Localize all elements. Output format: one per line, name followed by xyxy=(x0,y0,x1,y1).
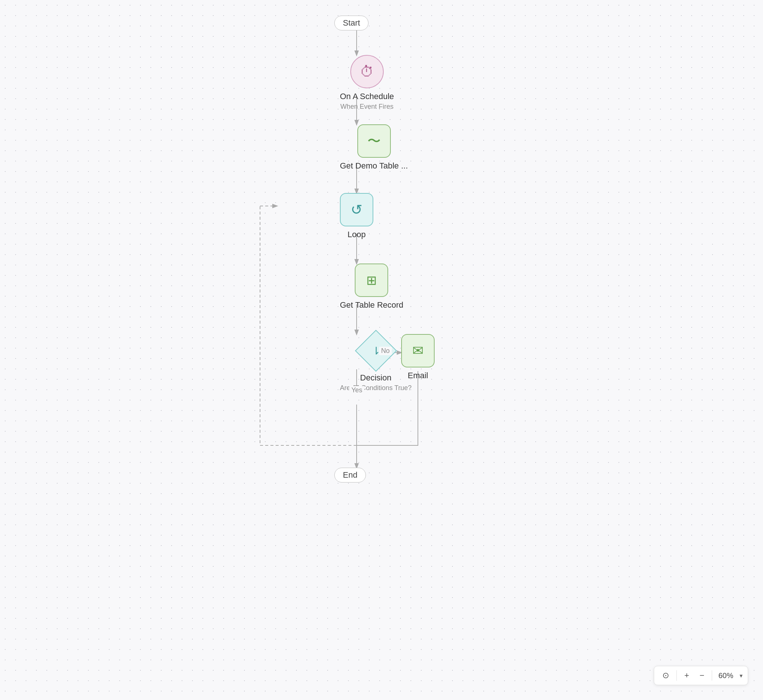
email-label: Email xyxy=(407,370,428,381)
email-icon: ✉ xyxy=(412,343,423,359)
on-a-schedule-node[interactable]: ⏱ On A Schedule When Event Fires xyxy=(340,55,394,111)
get-table-record-icon: ⊞ xyxy=(366,273,377,288)
get-demo-table-label: Get Demo Table ... xyxy=(340,161,408,172)
start-node[interactable]: Start xyxy=(334,16,368,30)
zoom-in-icon: + xyxy=(684,671,689,680)
zoom-chevron[interactable]: ▾ xyxy=(739,672,743,679)
get-table-record-label: Get Table Record xyxy=(340,300,403,311)
on-a-schedule-label: On A Schedule xyxy=(340,91,394,102)
workflow-canvas: Start ⏱ On A Schedule When Event Fires 〜… xyxy=(0,0,763,700)
loop-icon: ↺ xyxy=(351,202,363,218)
get-demo-table-icon: 〜 xyxy=(367,132,381,150)
start-pill: Start xyxy=(334,16,368,30)
yes-label: Yes xyxy=(349,386,364,395)
toolbar-divider-2 xyxy=(712,670,712,681)
on-a-schedule-sublabel: When Event Fires xyxy=(340,103,393,111)
toolbar: ⊙ + − 60% ▾ xyxy=(654,666,748,685)
no-label: No xyxy=(379,347,392,355)
zoom-in-button[interactable]: + xyxy=(681,669,692,682)
loop-square: ↺ xyxy=(340,193,373,227)
toolbar-divider-1 xyxy=(677,670,677,681)
zoom-out-icon: − xyxy=(699,671,704,680)
get-table-record-square: ⊞ xyxy=(355,264,388,297)
end-pill: End xyxy=(334,468,366,483)
email-square: ✉ xyxy=(401,334,435,367)
loop-node[interactable]: ↺ Loop xyxy=(340,193,373,240)
schedule-icon: ⏱ xyxy=(360,64,374,80)
get-table-record-node[interactable]: ⊞ Get Table Record xyxy=(340,264,403,311)
end-node[interactable]: End xyxy=(334,468,366,483)
on-a-schedule-circle: ⏱ xyxy=(350,55,384,88)
zoom-out-button[interactable]: − xyxy=(697,669,707,682)
get-demo-table-square: 〜 xyxy=(357,124,391,158)
screenshot-icon: ⊙ xyxy=(662,671,669,680)
decision-label: Decision xyxy=(360,373,391,383)
zoom-value: 60% xyxy=(716,672,735,680)
email-node[interactable]: ✉ Email xyxy=(401,334,435,381)
get-demo-table-node[interactable]: 〜 Get Demo Table ... xyxy=(340,124,408,172)
loop-label: Loop xyxy=(348,230,366,240)
screenshot-button[interactable]: ⊙ xyxy=(660,669,672,682)
